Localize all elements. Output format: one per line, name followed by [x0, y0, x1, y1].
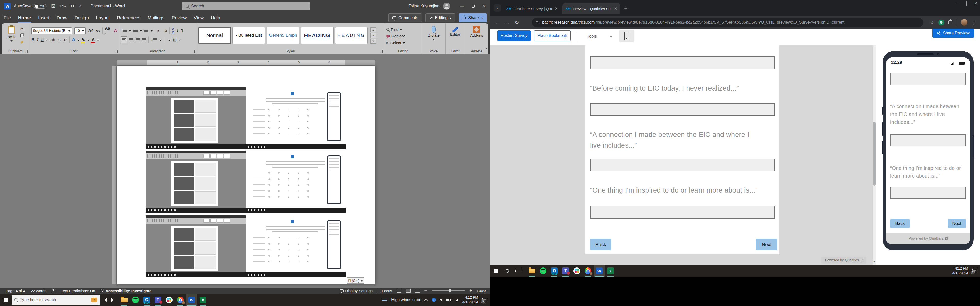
replace-button[interactable]: b͜cReplace	[387, 33, 420, 39]
show-paragraph-marks-button[interactable]: ¶	[181, 28, 183, 33]
phone-next-button[interactable]: Next	[948, 219, 966, 228]
taskbar-icon-outlook[interactable]: ONEW	[549, 265, 560, 277]
chrome-tab-preview-active[interactable]: XM Preview - Qualtrics Survey | Qua ✕	[563, 3, 620, 14]
close-button[interactable]: ✕	[479, 0, 490, 12]
grammarly-extension-icon[interactable]: G	[939, 20, 944, 25]
save-button[interactable]: 🖫	[51, 3, 56, 9]
taskbar-search[interactable]: Type here to search	[12, 295, 100, 305]
search-highlights-icon[interactable]	[91, 298, 97, 302]
phone-back-button[interactable]: Back	[890, 219, 910, 228]
taskbar-search-button[interactable]	[502, 265, 513, 277]
share-preview-button[interactable]: Share Preview	[932, 29, 974, 38]
tab-help[interactable]: Help	[207, 12, 224, 24]
phone-text-input-1[interactable]	[890, 73, 966, 85]
highlight-button[interactable]: ✎	[82, 37, 85, 42]
page-indicator[interactable]: Page 4 of 4	[6, 289, 25, 293]
horizontal-ruler[interactable]: 1 2 3 4 5 6	[117, 60, 375, 65]
autosave-toggle[interactable]: Off	[34, 3, 46, 9]
format-painter-button[interactable]	[21, 39, 24, 45]
font-dialog-launcher[interactable]	[115, 51, 118, 53]
grow-font-button[interactable]: A˄	[88, 28, 94, 33]
start-button[interactable]	[490, 265, 502, 277]
font-name-select[interactable]: Segoe UI Historic (B	[32, 27, 72, 34]
tab-close-icon[interactable]: ✕	[614, 6, 617, 11]
notification-center-icon[interactable]: 22	[482, 298, 487, 302]
read-mode-button[interactable]	[397, 289, 401, 293]
survey-next-button[interactable]: Next	[756, 239, 777, 251]
proofing-icon[interactable]	[52, 289, 56, 292]
zoom-out-button[interactable]: −	[425, 288, 427, 293]
phone-text-input-3[interactable]	[890, 187, 966, 199]
scrollbar-thumb[interactable]	[873, 122, 876, 186]
styles-more[interactable]: ⊽	[370, 38, 376, 44]
taskbar-clock[interactable]: 4:12 PM 4/16/2024	[463, 295, 478, 305]
tray-info-icon[interactable]: i	[432, 298, 436, 302]
tab-design[interactable]: Design	[71, 12, 92, 24]
taskbar-icon-outlook[interactable]: ONEW	[141, 294, 152, 306]
powered-by-qualtrics-link[interactable]: Powered by Qualtrics	[821, 257, 866, 264]
task-view-button[interactable]	[103, 294, 115, 306]
chrome-profile-button[interactable]	[961, 19, 967, 26]
tab-file[interactable]: File	[0, 12, 14, 24]
tab-mailings[interactable]: Mailings	[144, 12, 168, 24]
display-settings-button[interactable]: Display Settings	[340, 289, 372, 293]
web-layout-button[interactable]	[415, 289, 420, 293]
line-spacing-button[interactable]: ↕	[151, 37, 157, 42]
word-search-box[interactable]: Search	[182, 2, 310, 10]
tools-chevron-icon[interactable]	[610, 36, 612, 39]
multilevel-list-button[interactable]	[144, 28, 148, 33]
shrink-font-button[interactable]: A˅	[96, 29, 100, 33]
network-icon[interactable]	[455, 299, 458, 301]
zoom-level[interactable]: 100%	[477, 289, 487, 293]
editing-mode-button[interactable]: Editing	[425, 13, 455, 22]
extension-icon[interactable]	[948, 21, 953, 24]
clipboard-dialog-launcher[interactable]	[25, 51, 28, 53]
taskbar-icon-spotify[interactable]	[130, 294, 141, 306]
phone-powered-by-qualtrics[interactable]: Powered by Qualtrics	[886, 233, 970, 244]
taskbar-icon-chrome[interactable]	[582, 265, 593, 277]
align-center-button[interactable]	[129, 37, 133, 42]
borders-button[interactable]: ⊞	[173, 37, 177, 43]
scrollbar-down-arrow[interactable]: ▼	[873, 260, 876, 264]
taskbar-clock[interactable]: 4:12 PM 4/16/2024	[953, 266, 968, 276]
survey-text-input-2[interactable]	[590, 103, 775, 116]
tab-close-icon[interactable]: ✕	[555, 6, 558, 11]
tab-draw[interactable]: Draw	[53, 12, 71, 24]
select-button[interactable]: ▷Select	[387, 39, 420, 46]
taskbar-icon-chrome[interactable]	[175, 294, 186, 306]
taskbar-icon-slack[interactable]	[571, 265, 582, 277]
tab-layout[interactable]: Layout	[92, 12, 113, 24]
font-color-button[interactable]: A	[92, 37, 95, 42]
increase-indent-button[interactable]: ⇥	[163, 28, 167, 33]
new-tab-button[interactable]: +	[624, 6, 628, 11]
forward-button[interactable]: →	[504, 19, 510, 25]
addins-button[interactable]: Add-ins	[467, 25, 486, 38]
dictate-button[interactable]: Dictate	[424, 25, 443, 40]
bold-button[interactable]: B	[32, 37, 35, 42]
notification-center-icon[interactable]: 2	[972, 269, 977, 273]
print-layout-button[interactable]	[406, 289, 410, 293]
paste-button[interactable]: Paste	[4, 25, 19, 45]
address-bar[interactable]: pacificresearch.qualtrics.com/jfe/previe…	[532, 18, 923, 27]
styles-scroll-up[interactable]: ∧	[370, 27, 376, 32]
place-bookmark-button[interactable]: Place Bookmark	[534, 30, 571, 41]
strikethrough-button[interactable]: ab	[50, 37, 55, 42]
find-button[interactable]: Find	[387, 26, 420, 33]
editor-button[interactable]: Editor	[448, 25, 463, 36]
style-heading2[interactable]: HEADING	[335, 27, 368, 44]
align-right-button[interactable]	[135, 37, 140, 42]
weather-text[interactable]: High winds soon	[391, 298, 421, 302]
chrome-minimize-button[interactable]: —	[956, 1, 959, 6]
accessibility-status[interactable]: Accessibility: Investigate	[101, 289, 151, 293]
tab-references[interactable]: References	[113, 12, 144, 24]
taskbar-icon-teams[interactable]: T	[560, 265, 571, 277]
battery-icon[interactable]	[446, 299, 451, 301]
quick-access-chevron-icon[interactable]: ⌵̄	[79, 4, 81, 8]
survey-back-button[interactable]: Back	[590, 239, 611, 251]
survey-text-input-3[interactable]	[590, 159, 775, 171]
sort-button[interactable]: AZ	[172, 27, 174, 34]
phone-text-input-2[interactable]	[890, 134, 966, 146]
justify-button[interactable]	[142, 37, 146, 42]
font-size-select[interactable]: 10	[74, 27, 86, 34]
tray-expand-chevron-icon[interactable]	[425, 299, 428, 302]
